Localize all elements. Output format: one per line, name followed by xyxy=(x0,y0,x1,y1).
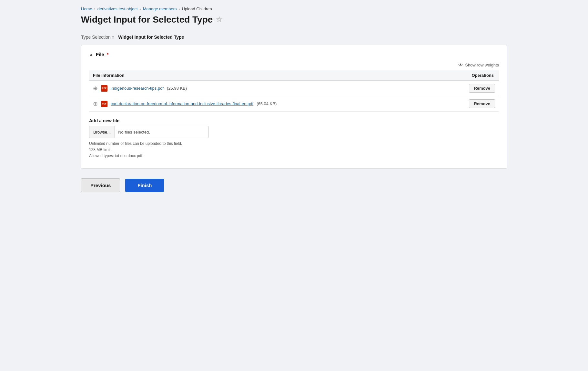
remove-button[interactable]: Remove xyxy=(469,84,495,93)
required-star: * xyxy=(107,52,108,57)
browse-button[interactable]: Browse... xyxy=(89,126,115,138)
breadcrumb-derivatives[interactable]: derivatives test object xyxy=(97,6,138,11)
table-header-row: File information Operations xyxy=(89,70,499,81)
table-row: ⊕PDFindigenous-research-tips.pdf (25.98 … xyxy=(89,81,499,96)
operations-cell: Remove xyxy=(438,81,499,96)
drag-handle-icon[interactable]: ⊕ xyxy=(93,100,98,107)
eye-icon: 👁 xyxy=(458,62,463,68)
file-link[interactable]: carl-declaration-on-freedom-of-informati… xyxy=(111,101,253,106)
collapse-icon: ▲ xyxy=(89,52,93,57)
breadcrumb-sep-3: › xyxy=(178,7,180,11)
file-info-cell: ⊕PDFcarl-declaration-on-freedom-of-infor… xyxy=(89,96,438,112)
show-row-weights-toggle[interactable]: 👁 Show row weights xyxy=(89,62,499,68)
file-table: File information Operations ⊕PDFindigeno… xyxy=(89,70,499,112)
file-help-line1: Unlimited number of files can be uploade… xyxy=(89,141,499,147)
file-help-text: Unlimited number of files can be uploade… xyxy=(89,141,499,159)
page-title-row: Widget Input for Selected Type ☆ xyxy=(81,15,507,25)
pdf-icon: PDF xyxy=(101,101,107,107)
operations-cell: Remove xyxy=(438,96,499,112)
col-file-info: File information xyxy=(89,70,438,81)
file-input-wrapper: Browse... No files selected. xyxy=(89,126,208,138)
file-link[interactable]: indigenous-research-tips.pdf xyxy=(111,86,164,91)
page-title: Widget Input for Selected Type xyxy=(81,15,213,25)
file-help-line2: 128 MB limit. xyxy=(89,147,499,153)
pdf-icon: PDF xyxy=(101,85,107,92)
file-help-line3: Allowed types: txt doc docx pdf. xyxy=(89,153,499,159)
step-prefix: Type Selection » xyxy=(81,35,115,40)
breadcrumb-sep-2: › xyxy=(140,7,141,11)
file-size: (65.04 KB) xyxy=(257,101,277,106)
previous-button[interactable]: Previous xyxy=(81,178,120,192)
no-file-text: No files selected. xyxy=(115,130,153,135)
add-file-label: Add a new file xyxy=(89,118,499,123)
table-row: ⊕PDFcarl-declaration-on-freedom-of-infor… xyxy=(89,96,499,112)
add-file-section: Add a new file Browse... No files select… xyxy=(89,118,499,159)
step-breadcrumb: Type Selection » Widget Input for Select… xyxy=(81,35,507,40)
show-row-weights-label: Show row weights xyxy=(465,63,499,67)
breadcrumb: Home › derivatives test object › Manage … xyxy=(81,6,507,11)
col-operations: Operations xyxy=(438,70,499,81)
file-info-cell: ⊕PDFindigenous-research-tips.pdf (25.98 … xyxy=(89,81,438,96)
remove-button[interactable]: Remove xyxy=(469,99,495,108)
file-size: (25.98 KB) xyxy=(167,86,187,91)
bottom-actions: Previous Finish xyxy=(81,178,507,192)
file-section-header[interactable]: ▲ File * xyxy=(89,52,499,57)
breadcrumb-home[interactable]: Home xyxy=(81,6,92,11)
breadcrumb-manage-members[interactable]: Manage members xyxy=(143,6,177,11)
step-current: Widget Input for Selected Type xyxy=(118,35,184,40)
finish-button[interactable]: Finish xyxy=(125,179,164,192)
file-section-card: ▲ File * 👁 Show row weights File informa… xyxy=(81,45,507,169)
favorite-star-icon[interactable]: ☆ xyxy=(216,15,222,24)
file-section-label: File xyxy=(96,52,104,57)
breadcrumb-sep-1: › xyxy=(94,7,96,11)
drag-handle-icon[interactable]: ⊕ xyxy=(93,85,98,92)
breadcrumb-current: Upload Children xyxy=(182,6,212,11)
